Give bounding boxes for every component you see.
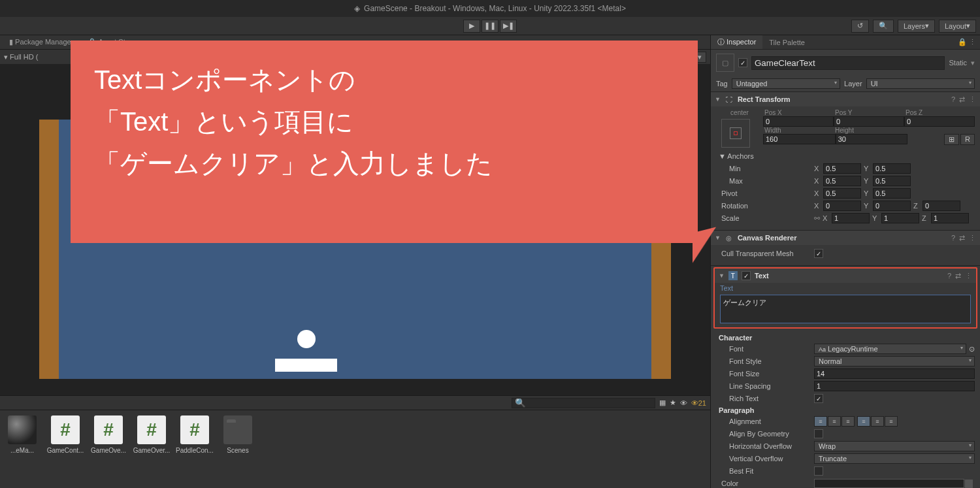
scale-x[interactable] bbox=[832, 213, 870, 223]
lock-icon[interactable]: 🔒 ⋮ bbox=[954, 38, 980, 46]
rot-x[interactable] bbox=[823, 201, 861, 211]
assets-panel: ...eMa... #GameCont... #GameOve... #Game… bbox=[0, 410, 710, 488]
ball bbox=[297, 330, 316, 348]
help-icon[interactable]: ? bbox=[947, 272, 951, 280]
text-component: ▼ T ✓ Text ?⇄⋮ Text ゲームクリア Character Fon… bbox=[711, 265, 980, 488]
layout-dropdown[interactable]: Layout ▾ bbox=[939, 20, 976, 33]
preset-icon[interactable]: ⇄ bbox=[955, 272, 961, 280]
align-geometry-checkbox[interactable] bbox=[814, 429, 823, 438]
line-spacing-input[interactable] bbox=[814, 381, 975, 391]
resolution-dropdown[interactable]: ▾ Full HD ( bbox=[4, 53, 38, 61]
anchor-min-y[interactable] bbox=[873, 163, 911, 174]
layers-dropdown[interactable]: Layers ▾ bbox=[898, 20, 935, 33]
hidden-icon[interactable]: 👁 bbox=[680, 399, 687, 407]
pivot-y[interactable] bbox=[873, 188, 911, 199]
asset-item[interactable]: #GameCont... bbox=[48, 415, 82, 483]
warning-count[interactable]: 👁21 bbox=[691, 399, 706, 407]
menu-icon[interactable]: ⋮ bbox=[969, 95, 976, 104]
character-section: Character bbox=[716, 333, 975, 343]
preset-icon[interactable]: ⇄ bbox=[959, 234, 965, 242]
rect-transform-component: ▼ ⛶ Rect Transform ?⇄⋮ center Pos XPos Y… bbox=[711, 91, 980, 230]
foldout-icon: ▼ bbox=[715, 96, 721, 103]
align-middle-button[interactable]: ≡ bbox=[871, 416, 884, 427]
align-right-button[interactable]: ≡ bbox=[841, 416, 855, 427]
align-left-button[interactable]: ≡ bbox=[814, 416, 827, 427]
rot-z[interactable] bbox=[923, 201, 960, 211]
align-top-button[interactable]: ≡ bbox=[857, 416, 870, 427]
menu-icon[interactable]: ⋮ bbox=[969, 234, 976, 242]
tile-palette-tab[interactable]: Tile Palette bbox=[762, 37, 811, 48]
raw-edit-button[interactable]: R bbox=[960, 134, 975, 145]
text-enabled-checkbox[interactable]: ✓ bbox=[742, 271, 751, 280]
gameobject-name-input[interactable] bbox=[751, 56, 945, 70]
v-overflow-dropdown[interactable]: Truncate bbox=[814, 453, 975, 464]
tag-label: Tag bbox=[716, 80, 728, 88]
font-field[interactable]: Aa LegacyRuntime bbox=[814, 344, 966, 354]
best-fit-checkbox[interactable] bbox=[814, 466, 823, 476]
asset-item[interactable]: ...eMa... bbox=[5, 415, 39, 483]
pos-y-input[interactable] bbox=[834, 116, 904, 127]
canvas-renderer-component: ▼ ◎ Canvas Renderer ?⇄⋮ Cull Transparent… bbox=[711, 230, 980, 265]
text-input[interactable]: ゲームクリア bbox=[720, 295, 971, 323]
anchors-foldout[interactable]: ▼ Anchors bbox=[716, 152, 814, 160]
pos-z-input[interactable] bbox=[904, 116, 975, 127]
scale-z[interactable] bbox=[931, 213, 969, 223]
blueprint-button[interactable]: ⊞ bbox=[944, 134, 959, 145]
preset-icon[interactable]: ⇄ bbox=[959, 95, 965, 104]
filter-icon[interactable]: ▦ bbox=[659, 399, 666, 407]
height-input[interactable] bbox=[836, 134, 908, 144]
console-bar: ▦ ★ 👁 👁21 bbox=[0, 395, 710, 410]
static-dropdown[interactable]: ▾ bbox=[971, 59, 975, 67]
step-button[interactable]: ▶❚ bbox=[500, 20, 517, 33]
active-checkbox[interactable]: ✓ bbox=[738, 58, 747, 67]
csharp-icon: # bbox=[137, 415, 166, 444]
console-search-input[interactable] bbox=[512, 398, 655, 408]
object-picker-icon[interactable]: ⊙ bbox=[969, 345, 975, 353]
asset-item[interactable]: #PaddleCon... bbox=[178, 415, 212, 483]
cull-checkbox[interactable]: ✓ bbox=[814, 249, 823, 258]
layer-label: Layer bbox=[844, 80, 862, 88]
help-icon[interactable]: ? bbox=[951, 234, 955, 242]
gameobject-icon[interactable]: ▢ bbox=[716, 54, 734, 72]
package-manager-tab[interactable]: ▮ Package Manager bbox=[3, 36, 80, 48]
font-size-input[interactable] bbox=[814, 368, 975, 379]
h-overflow-dropdown[interactable]: Wrap bbox=[814, 441, 975, 451]
layer-dropdown[interactable]: UI bbox=[866, 78, 975, 89]
menu-icon[interactable]: ⋮ bbox=[965, 272, 972, 280]
constrain-icon[interactable]: ⚯ bbox=[814, 214, 820, 223]
callout-line-3: 「ゲームクリア」と入力しました bbox=[94, 142, 674, 184]
anchor-min-x[interactable] bbox=[823, 163, 861, 174]
pos-x-input[interactable] bbox=[763, 116, 834, 127]
asset-item[interactable]: Scenes bbox=[221, 415, 255, 483]
scale-y[interactable] bbox=[881, 213, 919, 223]
width-input[interactable] bbox=[763, 134, 836, 144]
tag-dropdown[interactable]: Untagged bbox=[732, 78, 840, 89]
rich-text-checkbox[interactable]: ✓ bbox=[814, 394, 823, 403]
favorite-icon[interactable]: ★ bbox=[670, 399, 676, 407]
rect-transform-header[interactable]: ▼ ⛶ Rect Transform ?⇄⋮ bbox=[711, 92, 980, 106]
color-field[interactable] bbox=[814, 479, 964, 488]
asset-item[interactable]: #GameOver... bbox=[135, 415, 169, 483]
pause-button[interactable]: ❚❚ bbox=[482, 20, 498, 33]
help-icon[interactable]: ? bbox=[951, 95, 955, 104]
asset-item[interactable]: #GameOve... bbox=[91, 415, 125, 483]
rot-y[interactable] bbox=[873, 201, 911, 211]
pivot-x[interactable] bbox=[823, 188, 861, 199]
anchor-max-y[interactable] bbox=[873, 176, 911, 186]
left-wall bbox=[39, 120, 59, 379]
align-center-button[interactable]: ≡ bbox=[828, 416, 841, 427]
align-bottom-button[interactable]: ≡ bbox=[885, 416, 898, 427]
search-button[interactable]: 🔍 bbox=[873, 20, 894, 33]
paragraph-section: Paragraph bbox=[716, 405, 975, 415]
csharp-icon: # bbox=[94, 415, 123, 444]
undo-history-button[interactable]: ↺ bbox=[851, 20, 869, 33]
font-style-dropdown[interactable]: Normal bbox=[814, 356, 975, 366]
main-toolbar: ▶ ❚❚ ▶❚ ↺ 🔍 Layers ▾ Layout ▾ bbox=[0, 17, 980, 35]
play-button[interactable]: ▶ bbox=[463, 20, 480, 33]
canvas-renderer-header[interactable]: ▼ ◎ Canvas Renderer ?⇄⋮ bbox=[711, 231, 980, 245]
static-label: Static bbox=[949, 59, 967, 67]
text-component-header[interactable]: ▼ T ✓ Text ?⇄⋮ bbox=[715, 268, 976, 283]
inspector-tab[interactable]: ⓘ Inspector bbox=[711, 35, 762, 49]
anchor-max-x[interactable] bbox=[823, 176, 861, 186]
anchor-preset-button[interactable] bbox=[721, 119, 750, 148]
